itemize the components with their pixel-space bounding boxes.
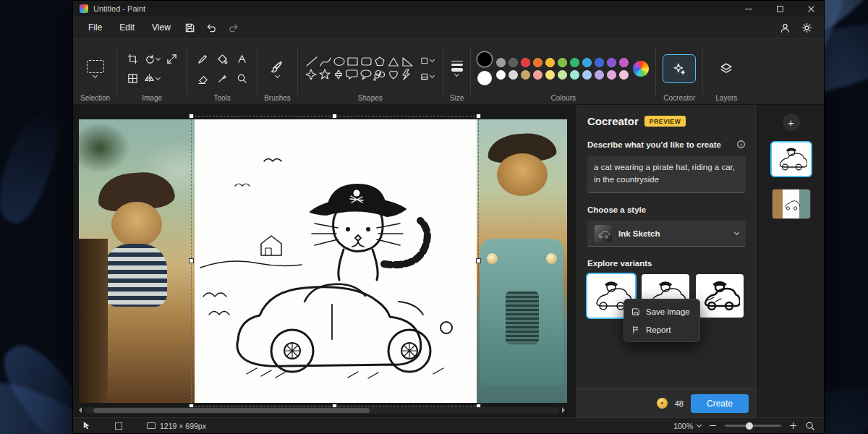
flip-button[interactable] (143, 69, 161, 87)
close-button[interactable] (798, 1, 824, 17)
selection-tool-button[interactable] (87, 60, 104, 77)
redo-button[interactable] (224, 19, 244, 36)
layers-button[interactable] (710, 54, 743, 83)
add-layer-button[interactable]: + (783, 114, 800, 131)
cocreator-title: Cocreator (587, 115, 639, 127)
style-thumbnail (595, 225, 612, 242)
maximize-button[interactable] (767, 1, 793, 17)
shape-fill-button[interactable] (419, 71, 436, 82)
zoom-slider-thumb[interactable] (746, 422, 753, 430)
magnifier-button[interactable] (233, 69, 250, 87)
selection-handle[interactable] (189, 258, 194, 263)
minimize-button[interactable] (736, 1, 762, 17)
menu-view[interactable]: View (144, 20, 179, 35)
car-door-shape (79, 239, 108, 403)
menu-edit[interactable]: Edit (111, 20, 142, 35)
selection-handle[interactable] (189, 114, 194, 119)
horizontal-scrollbar[interactable] (76, 406, 568, 414)
style-select[interactable]: Ink Sketch (587, 221, 746, 247)
eyedropper-icon (217, 73, 228, 84)
save-button[interactable] (180, 19, 200, 36)
colour-swatch[interactable] (595, 58, 604, 67)
colour-swatch[interactable] (533, 58, 542, 67)
canvas-size-value: 1219 × 699px (160, 422, 206, 430)
settings-button[interactable] (796, 19, 817, 36)
colour-swatch[interactable] (570, 58, 579, 67)
colour-swatch[interactable] (558, 58, 567, 67)
variant-thumbnail-3[interactable] (696, 274, 744, 318)
colour-swatch[interactable] (496, 70, 506, 80)
eraser-icon (197, 73, 208, 84)
undo-button[interactable] (202, 19, 222, 36)
zoom-out-icon[interactable] (708, 421, 718, 430)
colour-swatch[interactable] (607, 70, 616, 80)
background-colour-swatch[interactable] (477, 71, 492, 85)
colour-swatch[interactable] (521, 58, 530, 67)
redo-icon (228, 22, 239, 33)
colour-swatch[interactable] (570, 70, 579, 80)
eraser-button[interactable] (194, 69, 211, 87)
selection-handle[interactable] (476, 114, 481, 119)
layer-thumbnail-2[interactable] (772, 189, 811, 219)
text-icon (237, 54, 247, 64)
colour-swatch[interactable] (582, 58, 592, 67)
colour-swatch[interactable] (582, 70, 592, 80)
workspace: Cocreator PREVIEW Describe what you'd li… (73, 105, 824, 417)
colour-swatch[interactable] (509, 58, 518, 67)
colour-swatch[interactable] (595, 70, 604, 80)
colour-swatch[interactable] (533, 70, 542, 80)
color-picker-button[interactable] (213, 69, 231, 87)
rotate-button[interactable] (143, 50, 161, 67)
group-label: Selection (80, 93, 110, 102)
pencil-button[interactable] (194, 50, 211, 67)
colour-swatch[interactable] (545, 70, 555, 80)
colour-swatch[interactable] (619, 58, 629, 67)
shape-outline-button[interactable] (419, 55, 436, 67)
canvas[interactable] (79, 119, 567, 403)
layer-thumbnail-1[interactable] (772, 142, 811, 176)
colour-wheel-button[interactable] (633, 61, 649, 77)
colour-swatch[interactable] (496, 58, 506, 67)
zoom-level-dropdown[interactable]: 100% (673, 422, 701, 430)
selection-handle[interactable] (476, 258, 481, 263)
colour-swatch[interactable] (607, 58, 616, 67)
zoom-fit-icon[interactable] (805, 421, 815, 431)
resize-button[interactable] (163, 50, 180, 67)
colour-swatch[interactable] (545, 58, 555, 67)
selection-handle[interactable] (332, 114, 337, 119)
scrollbar-track[interactable] (84, 407, 560, 414)
prompt-input[interactable]: a cat wearing a pirate hat, riding a car… (587, 156, 746, 193)
account-button[interactable] (775, 19, 795, 36)
scroll-right-arrow[interactable] (562, 407, 568, 413)
canvas-options-button[interactable] (124, 69, 141, 87)
fill-button[interactable] (213, 50, 231, 67)
text-button[interactable] (233, 50, 250, 67)
info-icon[interactable] (736, 140, 746, 149)
menu-item-save-image[interactable]: Save image (624, 302, 699, 320)
size-button[interactable] (451, 61, 463, 77)
menu-item-report[interactable]: Report (624, 320, 699, 339)
colour-swatch[interactable] (619, 70, 629, 80)
zoom-slider[interactable] (725, 425, 781, 427)
scrollbar-thumb[interactable] (93, 408, 370, 413)
canvas-photo-right (477, 119, 567, 403)
brushes-button[interactable] (271, 60, 284, 77)
zoom-in-icon[interactable] (788, 421, 798, 430)
cocreator-button[interactable] (663, 54, 696, 83)
scroll-left-arrow[interactable] (76, 407, 82, 413)
group-tools: Tools (188, 39, 256, 104)
pencil-icon (197, 54, 208, 64)
foreground-colour-swatch[interactable] (477, 52, 492, 67)
colour-swatch[interactable] (521, 70, 530, 80)
menu-file[interactable]: File (80, 20, 110, 35)
shapes-grid[interactable] (305, 55, 414, 82)
status-bar: 1219 × 699px 100% (73, 417, 824, 433)
create-button[interactable]: Create (691, 394, 749, 413)
sparkle-icon (673, 62, 686, 75)
colour-swatch[interactable] (558, 70, 567, 80)
selection-marquee[interactable] (191, 116, 479, 407)
colour-swatch[interactable] (509, 70, 518, 80)
magnifier-icon (237, 73, 247, 84)
group-label: Brushes (264, 93, 291, 102)
crop-button[interactable] (124, 50, 141, 67)
